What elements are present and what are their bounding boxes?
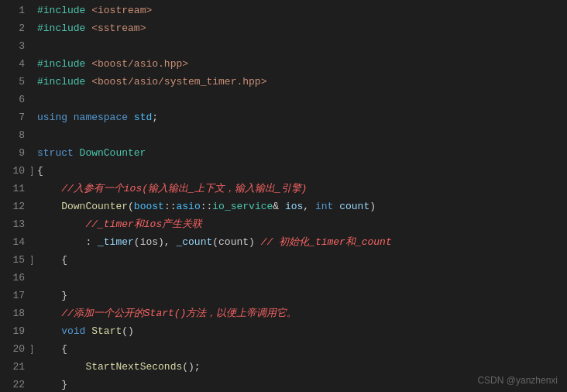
code-line	[37, 91, 567, 108]
token: }	[37, 287, 67, 304]
code-line: − {	[37, 340, 567, 358]
line-number: 16	[6, 269, 25, 287]
line-number: 18	[6, 304, 25, 322]
token: ();	[182, 358, 200, 376]
line-number: 8	[6, 126, 25, 144]
token: asio	[176, 198, 200, 215]
code-line: − {	[37, 251, 567, 269]
code-line: #include <sstream>	[37, 19, 567, 37]
token: struct	[37, 144, 80, 162]
token: namespace	[74, 108, 134, 126]
token: :	[37, 233, 98, 251]
fold-icon[interactable]: −	[31, 345, 33, 354]
code-line	[37, 126, 567, 144]
code-line: //_timer和ios产生关联	[37, 215, 567, 233]
code-content[interactable]: #include <iostream>#include <sstream>#in…	[31, 0, 567, 392]
token: #include	[37, 19, 91, 37]
token	[37, 322, 61, 340]
token: int	[315, 198, 333, 215]
token: #include	[37, 55, 91, 73]
token	[85, 322, 91, 340]
line-number: 7	[6, 108, 25, 126]
token: //入参有一个ios(输入输出_上下文，输入输出_引擎)	[37, 180, 307, 198]
code-line: #include <boost/asio.hpp>	[37, 55, 567, 73]
token: ;	[152, 108, 158, 126]
watermark: CSDN @yanzhenxi	[477, 375, 558, 386]
token: _timer	[98, 233, 134, 251]
token: count	[339, 198, 369, 215]
token: {	[37, 251, 67, 269]
line-number: 1	[6, 2, 25, 19]
fold-icon[interactable]: −	[31, 167, 33, 176]
line-number: 6	[6, 91, 25, 108]
code-editor: 12345678910111213141516171819202122 #inc…	[0, 0, 567, 392]
token: <sstream>	[91, 19, 146, 37]
line-number: 2	[6, 19, 25, 37]
token: {	[37, 162, 43, 180]
code-line: }	[37, 287, 567, 304]
token: ::	[201, 198, 213, 215]
token: (count)	[212, 233, 260, 251]
token: DownCounter	[80, 144, 146, 162]
line-number: 19	[6, 322, 25, 340]
line-number: 3	[6, 37, 25, 55]
token: ,	[303, 198, 315, 215]
code-line: struct DownCounter	[37, 144, 567, 162]
line-number: 4	[6, 55, 25, 73]
code-line: −{	[37, 162, 567, 180]
token: &	[273, 198, 285, 215]
token: ios	[285, 198, 303, 215]
token: <boost/asio/system_timer.hpp>	[91, 73, 266, 91]
code-line: : _timer(ios), _count(count) // 初始化_time…	[37, 233, 567, 251]
code-line: #include <iostream>	[37, 2, 567, 19]
token: }	[37, 376, 67, 392]
token: _count	[176, 233, 212, 251]
token: {	[37, 340, 67, 358]
token	[37, 198, 61, 215]
code-line: void Start()	[37, 322, 567, 340]
token: (	[128, 198, 134, 215]
token: io_service	[212, 198, 273, 215]
code-line	[37, 269, 567, 287]
line-numbers: 12345678910111213141516171819202122	[0, 0, 31, 392]
token: // 初始化_timer和_count	[261, 233, 392, 251]
token: using	[37, 108, 74, 126]
code-area: 12345678910111213141516171819202122 #inc…	[0, 0, 567, 392]
line-number: 10	[6, 162, 25, 180]
line-number: 17	[6, 287, 25, 304]
token: ()	[122, 322, 134, 340]
token: DownCounter	[61, 198, 128, 215]
token	[37, 358, 85, 376]
line-number: 14	[6, 233, 25, 251]
token: Start	[91, 322, 122, 340]
code-line: StartNextSeconds();	[37, 358, 567, 376]
token: #include	[37, 2, 91, 19]
token: void	[61, 322, 85, 340]
code-line: #include <boost/asio/system_timer.hpp>	[37, 73, 567, 91]
token: )	[369, 198, 376, 215]
line-number: 21	[6, 358, 25, 376]
token: //添加一个公开的Start()方法，以便上帝调用它。	[37, 304, 297, 322]
line-number: 13	[6, 215, 25, 233]
token: std	[134, 108, 152, 126]
token: StartNextSeconds	[85, 358, 182, 376]
line-number: 20	[6, 340, 25, 358]
token	[333, 198, 339, 215]
token: ::	[164, 198, 177, 215]
token: <iostream>	[91, 2, 152, 19]
code-line: //入参有一个ios(输入输出_上下文，输入输出_引擎)	[37, 180, 567, 198]
token: (ios),	[134, 233, 177, 251]
code-line	[37, 37, 567, 55]
line-number: 5	[6, 73, 25, 91]
token: //_timer和ios产生关联	[37, 215, 202, 233]
token: <boost/asio.hpp>	[91, 55, 188, 73]
line-number: 12	[6, 198, 25, 215]
line-number: 9	[6, 144, 25, 162]
line-number: 11	[6, 180, 25, 198]
line-number: 15	[6, 251, 25, 269]
code-line: using namespace std;	[37, 108, 567, 126]
line-number: 22	[6, 376, 25, 392]
fold-icon[interactable]: −	[31, 256, 33, 265]
code-line: //添加一个公开的Start()方法，以便上帝调用它。	[37, 304, 567, 322]
token: boost	[134, 198, 164, 215]
